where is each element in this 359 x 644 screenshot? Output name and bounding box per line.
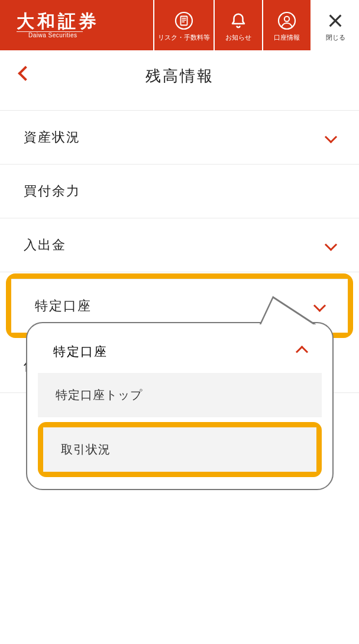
- back-button[interactable]: [20, 68, 31, 81]
- close-icon: [325, 11, 345, 31]
- chevron-left-icon: [18, 66, 33, 80]
- page-title: 残高情報: [14, 66, 345, 86]
- risk-fees-label: リスク・手数料等: [158, 33, 210, 42]
- chevron-down-icon: [326, 237, 335, 253]
- user-circle-icon: [277, 11, 297, 31]
- svg-point-5: [279, 12, 295, 29]
- bell-icon: [228, 11, 248, 31]
- chevron-down-icon: [326, 130, 335, 145]
- popover-title: 特定口座: [53, 343, 108, 360]
- risk-fees-button[interactable]: リスク・手数料等: [154, 0, 214, 50]
- menu-item-label: 特定口座: [35, 297, 92, 315]
- svg-point-6: [284, 17, 289, 21]
- notice-label: お知らせ: [225, 33, 251, 42]
- title-row: 残高情報: [0, 50, 359, 98]
- chevron-up-icon: [297, 344, 306, 359]
- menu-item-deposit-withdraw[interactable]: 入出金: [0, 218, 359, 272]
- popover-item-label: 取引状況: [61, 443, 111, 456]
- menu-item-label: 入出金: [24, 236, 66, 254]
- app-header: 大和証券 Daiwa Securities リスク・手数料等 お知らせ: [0, 0, 359, 50]
- popover-header[interactable]: 特定口座: [38, 337, 322, 373]
- brand-main: 大和証券: [17, 12, 153, 30]
- spacer: [38, 417, 322, 422]
- svg-point-0: [176, 12, 192, 29]
- chevron-down-icon: [315, 298, 324, 314]
- account-info-label: 口座情報: [274, 33, 300, 42]
- document-icon: [174, 11, 194, 31]
- brand-block: 大和証券 Daiwa Securities: [0, 0, 153, 50]
- popover-item-transactions[interactable]: 取引状況: [43, 427, 316, 472]
- account-info-button[interactable]: 口座情報: [263, 0, 311, 50]
- svg-rect-1: [181, 17, 187, 25]
- specific-account-popover: 特定口座 特定口座トップ 取引状況: [26, 322, 334, 490]
- highlight-frame: 取引状況: [38, 422, 322, 477]
- menu-item-label: 買付余力: [24, 182, 80, 200]
- menu-item-assets[interactable]: 資産状況: [0, 110, 359, 165]
- notice-button[interactable]: お知らせ: [215, 0, 262, 50]
- close-button[interactable]: 閉じる: [312, 0, 359, 50]
- menu-item-label: 資産状況: [24, 128, 80, 146]
- close-label: 閉じる: [326, 33, 345, 42]
- brand-sub: Daiwa Securities: [17, 31, 83, 38]
- popover-item-top[interactable]: 特定口座トップ: [38, 373, 322, 417]
- menu-item-buying-power[interactable]: 買付余力: [0, 165, 359, 218]
- popover-item-label: 特定口座トップ: [56, 388, 143, 401]
